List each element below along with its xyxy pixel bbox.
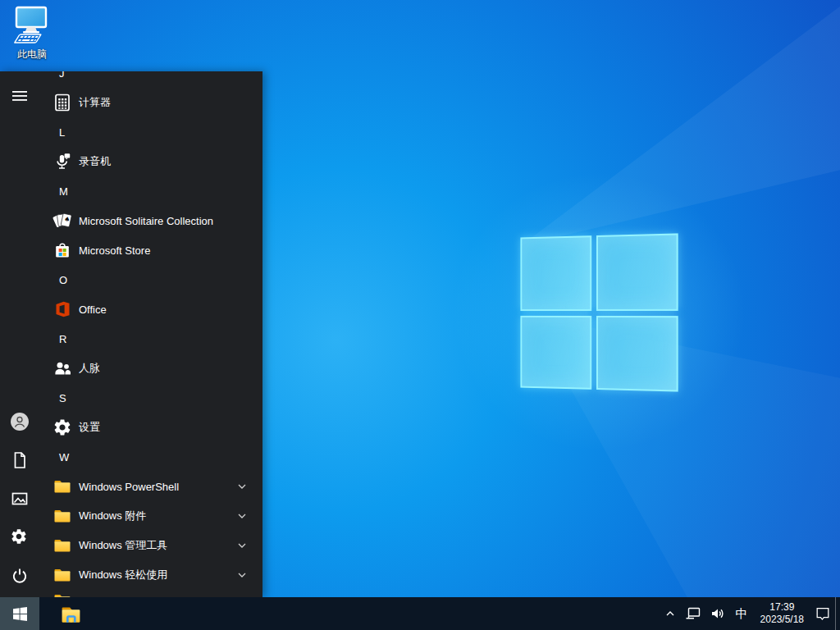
app-label: Microsoft Store — [79, 244, 150, 257]
start-menu-item-microsoft-store[interactable]: Microsoft Store — [39, 235, 262, 265]
ime-language-indicator[interactable]: 中 — [730, 597, 754, 630]
start-menu-item-windows-admin-tools[interactable]: Windows 管理工具 — [39, 531, 262, 560]
start-menu-item-calculator[interactable]: 计算器 — [39, 88, 262, 117]
start-button[interactable] — [0, 597, 39, 630]
logo-pane — [596, 316, 678, 392]
logo-pane — [520, 235, 591, 311]
app-label: 计算器 — [79, 95, 111, 110]
file-explorer-button[interactable] — [51, 597, 90, 630]
system-tray: 中 17:39 2023/5/18 — [660, 597, 840, 630]
section-header-r[interactable]: R — [39, 324, 262, 354]
start-menu-item-windows-accessories[interactable]: Windows 附件 — [39, 501, 262, 531]
folder-icon — [52, 565, 72, 585]
start-menu-item-people[interactable]: 人脉 — [39, 354, 262, 383]
section-header-s[interactable]: S — [39, 383, 262, 413]
folder-icon — [52, 477, 72, 496]
section-header-j[interactable]: J — [39, 71, 262, 88]
power-icon[interactable] — [10, 566, 30, 586]
section-header-w[interactable]: W — [39, 442, 262, 472]
app-label: Windows 轻松使用 — [79, 568, 167, 582]
store-icon — [52, 240, 72, 260]
start-menu-app-list: J 计算器 L — [39, 71, 262, 597]
chevron-down-icon[interactable] — [235, 509, 249, 523]
start-menu-item-voice-recorder[interactable]: 录音机 — [39, 147, 262, 176]
desktop-icon-label: 此电脑 — [5, 48, 59, 62]
start-menu-item-windows-ease-of-access[interactable]: Windows 轻松使用 — [39, 560, 262, 590]
folder-icon — [52, 591, 72, 597]
desktop-wallpaper: 此电脑 J — [0, 0, 840, 630]
folder-icon — [52, 506, 72, 526]
network-icon[interactable] — [681, 597, 705, 630]
action-center-icon[interactable] — [810, 597, 835, 630]
voice-recorder-icon — [52, 152, 72, 171]
this-pc-icon — [5, 5, 51, 46]
documents-icon[interactable] — [10, 450, 30, 470]
app-label: 设置 — [79, 420, 100, 435]
office-icon — [52, 299, 72, 319]
windows-wallpaper-logo — [520, 233, 678, 391]
settings-gear-icon — [52, 418, 72, 437]
folder-icon — [52, 536, 72, 555]
file-explorer-icon — [60, 603, 82, 625]
section-header-o[interactable]: O — [39, 265, 262, 294]
taskbar-clock[interactable]: 17:39 2023/5/18 — [754, 597, 810, 630]
app-label: Windows 附件 — [79, 509, 146, 523]
taskbar: 中 17:39 2023/5/18 — [0, 597, 840, 630]
start-menu-item-solitaire[interactable]: ♠ Microsoft Solitaire Collection — [39, 206, 262, 235]
chevron-down-icon[interactable] — [235, 568, 249, 582]
app-label: Windows 管理工具 — [79, 538, 167, 553]
app-label: 录音机 — [79, 154, 111, 169]
app-label: Windows PowerShell — [79, 481, 179, 493]
start-windows-logo-icon — [13, 607, 27, 621]
section-header-m[interactable]: M — [39, 176, 262, 206]
tray-chevron-up-icon[interactable] — [660, 597, 681, 630]
start-menu-item-office[interactable]: Office — [39, 294, 262, 324]
section-header-l[interactable]: L — [39, 117, 262, 147]
start-menu-item-windows-powershell[interactable]: Windows PowerShell — [39, 472, 262, 501]
logo-pane — [520, 316, 591, 390]
volume-icon[interactable] — [705, 597, 730, 630]
app-label: 人脉 — [79, 361, 100, 376]
start-menu-item-partial-folder[interactable] — [39, 590, 262, 597]
pictures-icon[interactable] — [10, 489, 30, 509]
hamburger-menu-icon[interactable] — [10, 86, 30, 106]
calculator-icon — [52, 93, 72, 112]
logo-pane — [596, 233, 678, 310]
app-label: Office — [79, 304, 107, 316]
start-menu-item-settings[interactable]: 设置 — [39, 413, 262, 442]
show-desktop-button[interactable] — [835, 597, 840, 630]
people-icon — [52, 358, 72, 378]
start-menu: J 计算器 L — [0, 71, 262, 597]
solitaire-icon: ♠ — [52, 211, 72, 231]
chevron-down-icon[interactable] — [235, 539, 249, 552]
chevron-down-icon[interactable] — [235, 480, 249, 493]
clock-time: 17:39 — [769, 601, 794, 614]
desktop-icon-this-pc[interactable]: 此电脑 — [5, 5, 59, 62]
user-account-icon[interactable] — [10, 412, 30, 431]
settings-gear-icon[interactable] — [10, 527, 30, 547]
start-menu-rail — [0, 71, 39, 597]
clock-date: 2023/5/18 — [760, 614, 804, 626]
app-label: Microsoft Solitaire Collection — [79, 215, 213, 227]
